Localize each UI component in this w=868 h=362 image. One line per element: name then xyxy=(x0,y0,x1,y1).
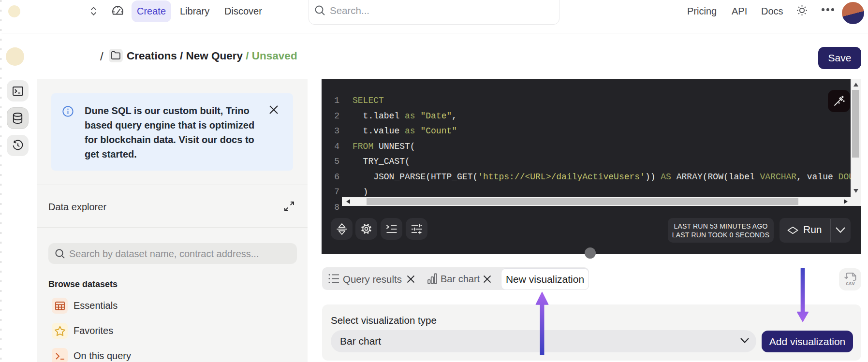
svg-text:csv: csv xyxy=(846,280,855,286)
